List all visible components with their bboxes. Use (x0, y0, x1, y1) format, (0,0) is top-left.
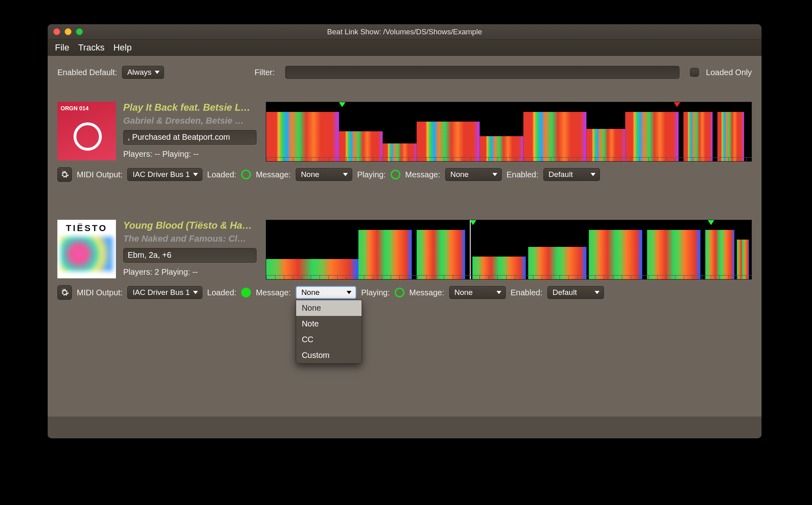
loaded-message-dropdown: None Note CC Custom (296, 300, 362, 364)
loaded-label: Loaded: (207, 170, 236, 179)
players-status: Players: 2 Playing: -- (123, 267, 259, 277)
playing-message-select[interactable]: None (445, 168, 502, 181)
svg-rect-7 (625, 112, 679, 162)
svg-rect-5 (523, 112, 586, 162)
menu-help[interactable]: Help (114, 42, 132, 53)
dropdown-option[interactable]: CC (296, 332, 362, 347)
track-comment-field[interactable]: , Purchased at Beatport.com (123, 130, 257, 145)
svg-rect-0 (266, 112, 339, 162)
svg-rect-12 (417, 230, 465, 280)
chevron-down-icon (496, 291, 501, 294)
track-artist: The Naked and Famous: Cl… (123, 234, 259, 244)
enabled-select[interactable]: Default (543, 168, 600, 181)
midi-output-select[interactable]: IAC Driver Bus 1 (127, 168, 202, 181)
svg-rect-3 (417, 122, 480, 162)
menu-file[interactable]: File (55, 42, 69, 53)
loaded-indicator-icon (241, 170, 251, 179)
gear-icon[interactable] (57, 167, 72, 182)
svg-rect-18 (737, 240, 749, 280)
chevron-down-icon (595, 291, 600, 294)
playing-indicator-icon (391, 170, 400, 179)
svg-rect-9 (717, 112, 744, 162)
enabled-select[interactable]: Default (547, 286, 604, 299)
titlebar: Beat Link Show: /Volumes/DS/Shows/Exampl… (48, 24, 762, 40)
bottom-bar (48, 417, 762, 438)
app-window: Beat Link Show: /Volumes/DS/Shows/Exampl… (48, 24, 762, 438)
enabled-default-select[interactable]: Always (122, 66, 164, 79)
menubar: File Tracks Help (48, 40, 762, 56)
chevron-down-icon (155, 71, 160, 74)
waveform-svg (266, 107, 751, 162)
window-title: Beat Link Show: /Volumes/DS/Shows/Exampl… (48, 27, 762, 36)
playing-label: Playing: (361, 288, 390, 297)
svg-rect-16 (647, 230, 701, 280)
playing-message-label: Message: (405, 170, 440, 179)
midi-output-label: MIDI Output: (77, 170, 122, 179)
playing-message-select[interactable]: None (449, 286, 506, 299)
svg-rect-6 (587, 129, 625, 162)
playing-label: Playing: (357, 170, 386, 179)
track-title: Young Blood (Tiësto & Ha… (123, 220, 259, 231)
track-row: TIËSTO Young Blood (Tiësto & Ha… The Nak… (53, 215, 756, 305)
gear-icon[interactable] (57, 285, 72, 300)
chevron-down-icon (193, 291, 198, 294)
enabled-default-label: Enabled Default: (57, 68, 117, 77)
midi-output-label: MIDI Output: (77, 288, 122, 297)
svg-rect-8 (684, 112, 713, 162)
playing-indicator-icon (395, 288, 404, 297)
track-comment-field[interactable]: Ebm, 2a, +6 (123, 248, 257, 263)
track-artist: Gabriel & Dresden, Betsie … (123, 116, 259, 126)
waveform-svg (266, 225, 751, 280)
loaded-message-select[interactable]: None (296, 286, 356, 299)
svg-rect-11 (358, 230, 412, 280)
enabled-label: Enabled: (511, 288, 543, 297)
track-title: Play It Back feat. Betsie L… (123, 102, 259, 113)
filter-label: Filter: (255, 68, 275, 77)
svg-rect-14 (528, 247, 586, 280)
chevron-down-icon (343, 173, 348, 176)
chevron-down-icon (591, 173, 595, 176)
chevron-down-icon (492, 173, 497, 176)
players-status: Players: -- Playing: -- (123, 149, 259, 159)
menu-tracks[interactable]: Tracks (78, 42, 104, 53)
filter-input[interactable] (285, 66, 679, 79)
track-artwork[interactable]: TIËSTO (57, 220, 116, 278)
track-artwork[interactable]: ORGN 014 (57, 102, 116, 160)
dropdown-option[interactable]: None (296, 300, 362, 316)
toolbar: Enabled Default: Always Filter: Loaded O… (48, 56, 762, 89)
loaded-message-label: Message: (256, 170, 291, 179)
midi-output-select[interactable]: IAC Driver Bus 1 (127, 286, 202, 299)
waveform[interactable] (266, 220, 752, 280)
loaded-label: Loaded: (207, 288, 236, 297)
waveform[interactable] (266, 102, 752, 162)
loaded-indicator-icon (241, 288, 251, 297)
dropdown-option[interactable]: Note (296, 316, 362, 332)
loaded-only-label: Loaded Only (706, 68, 752, 77)
dropdown-option[interactable]: Custom (296, 347, 362, 363)
enabled-label: Enabled: (507, 170, 539, 179)
playing-message-label: Message: (409, 288, 444, 297)
chevron-down-icon (193, 173, 198, 176)
chevron-down-icon (347, 291, 351, 294)
svg-rect-17 (705, 230, 734, 280)
svg-rect-15 (589, 230, 642, 280)
loaded-only-checkbox[interactable] (690, 68, 699, 77)
loaded-message-select[interactable]: None (296, 168, 352, 181)
track-row: ORGN 014 Play It Back feat. Betsie L… Ga… (53, 97, 756, 187)
loaded-message-label: Message: (256, 288, 291, 297)
